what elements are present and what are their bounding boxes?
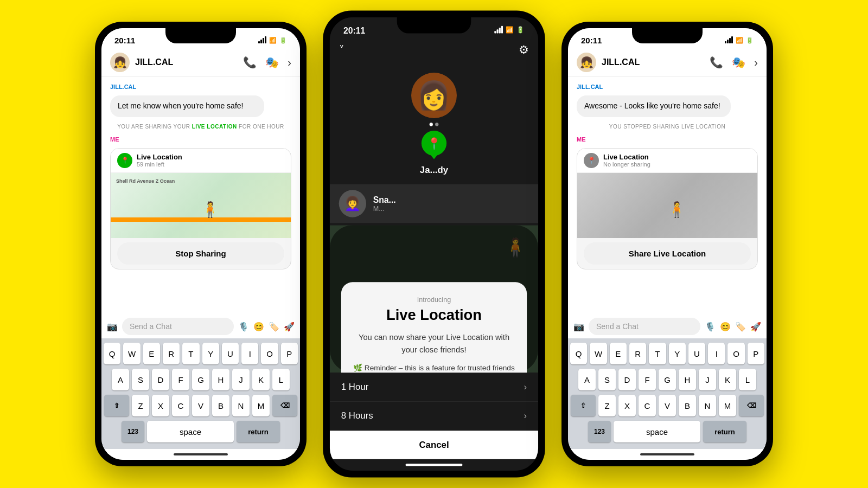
key-r-right[interactable]: R xyxy=(629,343,646,364)
key-j-left[interactable]: J xyxy=(232,369,250,390)
key-k-right[interactable]: K xyxy=(719,369,736,390)
key-w-left[interactable]: W xyxy=(123,343,140,364)
key-a-left[interactable]: A xyxy=(112,369,129,390)
key-e-left[interactable]: E xyxy=(143,343,160,364)
option-1-hour[interactable]: 1 Hour › xyxy=(330,373,538,402)
key-y-left[interactable]: Y xyxy=(202,343,219,364)
key-w-right[interactable]: W xyxy=(590,343,607,364)
space-key-right[interactable]: space xyxy=(614,421,700,442)
phone-icon-right[interactable]: 📞 xyxy=(710,56,723,69)
key-p-right[interactable]: P xyxy=(748,343,764,364)
location-card-right[interactable]: 📍 Live Location No longer sharing 🧍 Shar… xyxy=(577,148,758,269)
backspace-key-right[interactable]: ⌫ xyxy=(739,395,764,416)
key-z-left[interactable]: Z xyxy=(132,395,149,416)
key-z-right[interactable]: Z xyxy=(598,395,616,416)
num-key-right[interactable]: 123 xyxy=(588,421,611,442)
key-r-left[interactable]: R xyxy=(163,343,180,364)
bitmoji-icon-left[interactable]: 🚀 xyxy=(284,322,295,332)
key-o-right[interactable]: O xyxy=(727,343,744,364)
bitmoji-icon-right[interactable]: 🚀 xyxy=(750,322,761,332)
camera-icon-left[interactable]: 📷 xyxy=(107,322,118,332)
time-left: 20:11 xyxy=(114,36,135,45)
sticker-icon-right[interactable]: 🏷️ xyxy=(735,322,746,332)
phone-icon-left[interactable]: 📞 xyxy=(243,56,257,69)
key-d-right[interactable]: D xyxy=(618,369,636,390)
stop-sharing-button[interactable]: Stop Sharing xyxy=(117,242,284,265)
snap-icon-right[interactable]: 🎭 xyxy=(732,56,745,69)
key-p-left[interactable]: P xyxy=(281,343,298,364)
home-bar-middle xyxy=(406,464,463,466)
space-key-left[interactable]: space xyxy=(147,421,234,442)
key-s-right[interactable]: S xyxy=(598,369,616,390)
shift-key-right[interactable]: ⇧ xyxy=(571,395,596,416)
snap-dots-middle xyxy=(430,123,439,126)
share-live-location-button[interactable]: Share Live Location xyxy=(584,242,751,265)
key-i-left[interactable]: I xyxy=(241,343,258,364)
num-key-left[interactable]: 123 xyxy=(122,421,144,442)
key-g-left[interactable]: G xyxy=(192,369,209,390)
key-y-right[interactable]: Y xyxy=(669,343,686,364)
chat-content-left: JILL.CAL Let me know when you're home sa… xyxy=(101,77,300,314)
chat-input-right[interactable]: Send a Chat xyxy=(589,318,700,335)
sticker-icon-left[interactable]: 🏷️ xyxy=(269,322,279,332)
chevron-8-hours: › xyxy=(524,411,527,421)
shift-key-left[interactable]: ⇧ xyxy=(104,395,129,416)
time-right: 20:11 xyxy=(581,36,602,45)
avatar-right: 👧 xyxy=(577,53,596,72)
key-l-left[interactable]: L xyxy=(272,369,290,390)
return-key-left[interactable]: return xyxy=(237,421,280,442)
key-h-left[interactable]: H xyxy=(212,369,229,390)
mic-icon-right[interactable]: 🎙️ xyxy=(705,322,716,332)
key-t-right[interactable]: T xyxy=(649,343,666,364)
key-q-right[interactable]: Q xyxy=(570,343,587,364)
snap-row-avatar-1: 👩‍🦱 xyxy=(339,190,366,217)
home-indicator-left xyxy=(101,449,300,460)
location-card-left[interactable]: 📍 Live Location 59 min left Shell Rd Ave… xyxy=(110,148,291,269)
key-u-right[interactable]: U xyxy=(688,343,705,364)
key-m-right[interactable]: M xyxy=(719,395,736,416)
key-b-left[interactable]: B xyxy=(212,395,229,416)
return-key-right[interactable]: return xyxy=(703,421,746,442)
key-g-right[interactable]: G xyxy=(659,369,676,390)
chat-input-left[interactable]: Send a Chat xyxy=(122,318,234,335)
key-x-right[interactable]: X xyxy=(618,395,636,416)
key-c-left[interactable]: C xyxy=(172,395,189,416)
key-f-right[interactable]: F xyxy=(639,369,656,390)
backspace-key-left[interactable]: ⌫ xyxy=(272,395,297,416)
key-v-left[interactable]: V xyxy=(192,395,209,416)
key-v-right[interactable]: V xyxy=(659,395,676,416)
key-s-left[interactable]: S xyxy=(132,369,149,390)
key-t-left[interactable]: T xyxy=(182,343,199,364)
key-n-right[interactable]: N xyxy=(699,395,716,416)
key-o-left[interactable]: O xyxy=(261,343,278,364)
key-m-left[interactable]: M xyxy=(252,395,270,416)
down-arrow-icon-middle[interactable]: ˅ xyxy=(339,43,344,56)
key-i-right[interactable]: I xyxy=(708,343,725,364)
option-8-hours[interactable]: 8 Hours › xyxy=(330,402,538,431)
key-d-left[interactable]: D xyxy=(152,369,169,390)
key-x-left[interactable]: X xyxy=(152,395,169,416)
emoji-icon-left[interactable]: 😊 xyxy=(253,322,264,332)
battery-icon-left: 🔋 xyxy=(279,37,287,44)
snap-icon-left[interactable]: 🎭 xyxy=(265,56,279,69)
key-j-right[interactable]: J xyxy=(699,369,716,390)
gear-icon-middle[interactable]: ⚙ xyxy=(519,43,529,56)
emoji-icon-right[interactable]: 😊 xyxy=(720,322,731,332)
mic-icon-left[interactable]: 🎙️ xyxy=(238,322,249,332)
cancel-button-middle[interactable]: Cancel xyxy=(330,431,538,459)
key-e-right[interactable]: E xyxy=(610,343,627,364)
key-a-right[interactable]: A xyxy=(578,369,596,390)
key-n-left[interactable]: N xyxy=(232,395,250,416)
key-u-left[interactable]: U xyxy=(222,343,239,364)
key-c-right[interactable]: C xyxy=(639,395,656,416)
key-q-left[interactable]: Q xyxy=(104,343,120,364)
key-h-right[interactable]: H xyxy=(679,369,696,390)
key-f-left[interactable]: F xyxy=(172,369,189,390)
key-b-right[interactable]: B xyxy=(679,395,696,416)
camera-icon-right[interactable]: 📷 xyxy=(573,322,584,332)
key-l-right[interactable]: L xyxy=(739,369,756,390)
chevron-icon-left[interactable]: › xyxy=(288,56,291,69)
location-sub-right: No longer sharing xyxy=(603,161,650,168)
key-k-left[interactable]: K xyxy=(252,369,270,390)
chevron-icon-right[interactable]: › xyxy=(754,56,758,69)
